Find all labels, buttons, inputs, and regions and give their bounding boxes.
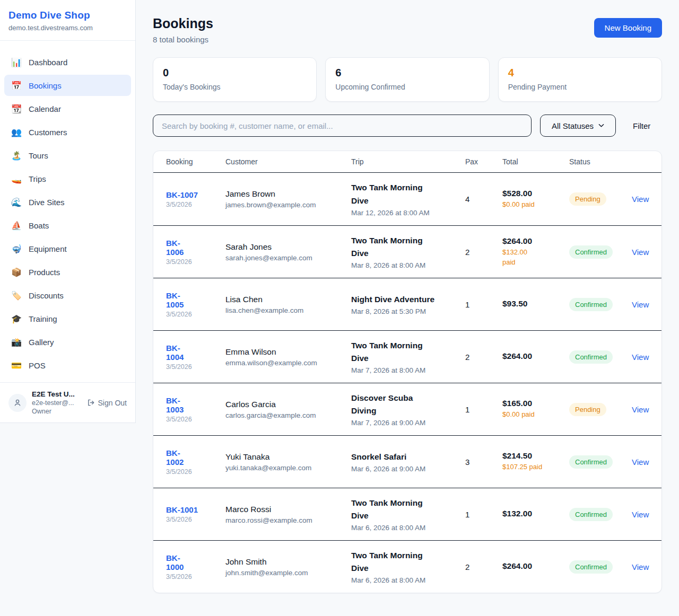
sidebar-nav-item[interactable]: 🏷️ Discounts [4, 285, 131, 306]
trip-datetime: Mar 12, 2026 at 8:00 AM [351, 209, 460, 217]
table-row: BK- 1006 3/5/2026 Sarah Jones sarah.jone… [153, 225, 661, 278]
table-row: BK- 1002 3/5/2026 Yuki Tanaka yuki.tanak… [153, 435, 661, 488]
view-link[interactable]: View [632, 562, 649, 571]
view-link[interactable]: View [632, 300, 649, 309]
brand-domain: demo.test.divestreams.com [8, 24, 127, 32]
view-link[interactable]: View [632, 248, 649, 257]
column-header-total: Total [502, 157, 569, 166]
booking-date: 3/5/2026 [166, 573, 220, 580]
customer-email: sarah.jones@example.com [225, 254, 346, 262]
pax-count: 2 [465, 562, 502, 571]
trip-datetime: Mar 6, 2026 at 8:00 AM [351, 524, 460, 532]
trip-datetime: Mar 8, 2026 at 8:00 AM [351, 261, 460, 269]
nav-item-label: Calendar [29, 104, 61, 113]
booking-date: 3/5/2026 [166, 258, 220, 266]
trip-name: Two Tank Morning Dive [351, 497, 460, 522]
booking-number-link[interactable]: BK-1001 [166, 505, 220, 514]
stat-card: 6 Upcoming Confirmed [325, 57, 489, 102]
status-badge: Confirmed [569, 350, 613, 364]
status-badge: Pending [569, 403, 606, 416]
booking-date: 3/5/2026 [166, 416, 220, 423]
brand-name[interactable]: Demo Dive Shop [8, 10, 127, 21]
booking-number-link[interactable]: BK- 1005 [166, 291, 220, 309]
main-content: Bookings 8 total bookings New Booking 0 … [136, 0, 679, 610]
page-subtitle: 8 total bookings [153, 35, 213, 44]
status-badge: Confirmed [569, 455, 613, 469]
status-badge: Pending [569, 192, 606, 206]
sidebar-nav-item[interactable]: 📸 Gallery [4, 331, 131, 353]
sidebar-nav-item[interactable]: 📦 Products [4, 261, 131, 283]
column-header-status: Status [569, 157, 632, 166]
stat-label: Upcoming Confirmed [335, 83, 479, 91]
view-link[interactable]: View [632, 457, 649, 467]
user-email: e2e-tester@... [32, 399, 82, 407]
nav-item-icon: 📸 [11, 337, 22, 347]
sidebar-nav-item[interactable]: 💳 POS [4, 355, 131, 376]
sign-out-label: Sign Out [98, 399, 127, 407]
booking-date: 3/5/2026 [166, 516, 220, 523]
table-row: BK-1001 3/5/2026 Marco Rossi marco.rossi… [153, 488, 661, 540]
nav-item-icon: ⛵ [11, 221, 22, 231]
booking-number-link[interactable]: BK- 1003 [166, 396, 220, 414]
customer-name: Yuki Tanaka [225, 452, 346, 462]
booking-number-link[interactable]: BK- 1000 [166, 553, 220, 571]
total-amount: $132.00 [502, 509, 564, 518]
customer-email: yuki.tanaka@example.com [225, 464, 346, 472]
sidebar-nav-item[interactable]: ⛵ Boats [4, 215, 131, 236]
nav-item-icon: 📅 [11, 81, 22, 91]
status-filter-select[interactable]: All Statuses [540, 115, 616, 137]
nav-item-label: Training [29, 314, 57, 323]
view-link[interactable]: View [632, 510, 649, 519]
filter-button[interactable]: Filter [633, 121, 650, 130]
booking-number-link[interactable]: BK- 1002 [166, 448, 220, 467]
user-section: E2E Test U... e2e-tester@... Owner Sign … [0, 382, 135, 424]
sidebar-nav-item[interactable]: 📊 Dashboard [4, 51, 131, 73]
customer-name: Marco Rossi [225, 505, 346, 514]
sign-out-icon [87, 399, 95, 407]
sidebar-nav-item[interactable]: 🎓 Training [4, 308, 131, 329]
sign-out-button[interactable]: Sign Out [87, 399, 127, 407]
search-input[interactable] [153, 115, 532, 137]
view-link[interactable]: View [632, 353, 649, 362]
sidebar-nav-item[interactable]: 🚤 Trips [4, 168, 131, 189]
sidebar-nav-item[interactable]: 📆 Calendar [4, 98, 131, 119]
nav-item-label: Bookings [29, 81, 62, 90]
sidebar-nav-item[interactable]: 🤿 Equipment [4, 238, 131, 259]
nav-item-label: POS [29, 361, 46, 370]
trip-name: Two Tank Morning Dive [351, 234, 460, 260]
status-badge: Confirmed [569, 245, 613, 259]
booking-number-link[interactable]: BK- 1004 [166, 344, 220, 362]
customer-name: Emma Wilson [225, 347, 346, 357]
status-badge: Confirmed [569, 298, 613, 311]
sidebar-nav-item[interactable]: 👥 Customers [4, 121, 131, 143]
sidebar-nav-item[interactable]: 🏝️ Tours [4, 145, 131, 166]
trip-name: Two Tank Morning Dive [351, 339, 460, 365]
trip-datetime: Mar 7, 2026 at 9:00 AM [351, 419, 460, 427]
bookings-table: Booking Customer Trip Pax Total Status B… [153, 151, 662, 593]
booking-date: 3/5/2026 [166, 468, 220, 476]
booking-date: 3/5/2026 [166, 201, 220, 208]
nav-item-label: Trips [29, 174, 46, 183]
booking-number-link[interactable]: BK- 1006 [166, 239, 220, 257]
nav-item-label: Equipment [29, 244, 67, 253]
stat-value: 4 [508, 67, 652, 79]
customer-name: John Smith [225, 557, 346, 567]
new-booking-button[interactable]: New Booking [594, 18, 662, 38]
stat-value: 0 [163, 67, 307, 79]
pax-count: 1 [465, 405, 502, 414]
status-badge: Confirmed [569, 508, 613, 521]
trip-datetime: Mar 8, 2026 at 5:30 PM [351, 307, 460, 315]
chevron-down-icon [598, 124, 604, 128]
booking-number-link[interactable]: BK-1007 [166, 190, 220, 199]
sidebar-nav-item[interactable]: 📅 Bookings [4, 75, 131, 96]
column-header-pax: Pax [465, 157, 502, 166]
view-link[interactable]: View [632, 195, 649, 204]
status-badge: Confirmed [569, 560, 613, 574]
trip-datetime: Mar 6, 2026 at 9:00 AM [351, 465, 460, 473]
customer-email: emma.wilson@example.com [225, 359, 346, 367]
stat-card: 4 Pending Payment [498, 57, 662, 102]
sidebar-nav-item[interactable]: 🌊 Dive Sites [4, 191, 131, 213]
total-amount: $264.00 [502, 351, 564, 361]
view-link[interactable]: View [632, 405, 649, 414]
nav-item-icon: 🏷️ [11, 291, 22, 301]
